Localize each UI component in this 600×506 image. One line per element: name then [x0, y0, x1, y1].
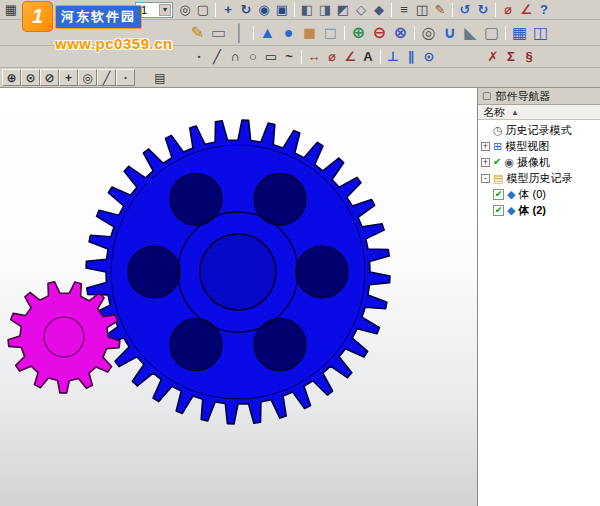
top-view-icon[interactable]: ◨ [316, 1, 334, 18]
selection-filter-icon[interactable]: ◎ [176, 1, 194, 18]
selection-scope-combo[interactable]: 1▾ [135, 2, 173, 18]
cylinder-icon[interactable]: ◻ [320, 22, 341, 43]
expander-icon[interactable]: - [481, 174, 490, 183]
toolbar-separator [380, 50, 381, 64]
toolbar-spacer [135, 77, 151, 78]
visibility-checkbox[interactable]: ✔ [493, 205, 504, 216]
spline-icon[interactable]: ~ [280, 48, 298, 65]
layer-settings-icon[interactable]: ≡ [395, 1, 413, 18]
zoom-view-icon[interactable]: ◉ [255, 1, 273, 18]
small-gear[interactable] [8, 282, 120, 393]
toolbar-row-1: ▦1▾◎▢+↻◉▣◧◨◩◇◆≡◫✎↺↻⌀∠? [0, 0, 600, 20]
toolbar-spacer [438, 56, 484, 57]
perpendicular-constraint-icon[interactable]: ⊥ [384, 48, 402, 65]
item-label: 体 (0) [518, 187, 546, 202]
subtract-icon[interactable]: ⊖ [369, 22, 390, 43]
wireframe-display-icon[interactable]: ◇ [352, 1, 370, 18]
check-icon: ✔ [493, 157, 501, 167]
navigator-item-cameras[interactable]: +✔◉摄像机 [478, 154, 600, 170]
pan-view-icon[interactable]: + [219, 1, 237, 18]
parallel-constraint-icon[interactable]: ∥ [402, 48, 420, 65]
arc-icon[interactable]: ∩ [226, 48, 244, 65]
revolve-icon[interactable]: ● [278, 22, 299, 43]
large-gear[interactable] [86, 120, 390, 424]
cameras-icon: ◉ [504, 157, 514, 168]
show-hide-icon[interactable]: ◫ [413, 1, 431, 18]
circle-icon[interactable]: ○ [244, 48, 262, 65]
3d-viewport[interactable] [0, 88, 477, 506]
datum-plane-icon[interactable]: ▭ [208, 22, 229, 43]
name-column-header[interactable]: 名称 ▲ [478, 105, 600, 120]
toolbar-separator [294, 3, 295, 17]
line-icon[interactable]: ╱ [208, 48, 226, 65]
measure-diameter-icon[interactable]: ⌀ [499, 1, 517, 18]
pattern-feature-icon[interactable]: ▦ [509, 22, 530, 43]
history-mode-icon: ◷ [493, 125, 503, 136]
item-label: 体 (2) [518, 203, 546, 218]
toolbar-separator [215, 3, 216, 17]
toolbar-spacer [2, 32, 187, 33]
toolbar-separator [253, 26, 254, 40]
sketch-icon[interactable]: ✎ [187, 22, 208, 43]
rectangle-icon[interactable]: ▭ [262, 48, 280, 65]
linear-dimension-icon[interactable]: ↔ [305, 48, 323, 65]
rotate-view-icon[interactable]: ↻ [237, 1, 255, 18]
navigator-item-history-mode[interactable]: ◷历史记录模式 [478, 122, 600, 138]
delete-face-icon[interactable]: ✗ [484, 48, 502, 65]
edge-blend-icon[interactable]: ∪ [439, 22, 460, 43]
panel-title: 部件导航器 [495, 89, 550, 104]
fit-view-icon[interactable]: ▣ [273, 1, 291, 18]
app-grid-icon[interactable]: ▦ [2, 1, 20, 18]
measure-angle-icon[interactable]: ∠ [517, 1, 535, 18]
snap-center-icon[interactable]: ◎ [78, 69, 97, 86]
spreadsheet-icon[interactable]: § [520, 48, 538, 65]
shell-icon[interactable]: ▢ [481, 22, 502, 43]
point-icon[interactable]: ∙ [190, 48, 208, 65]
datum-axis-icon[interactable]: │ [229, 22, 250, 43]
front-view-icon[interactable]: ◧ [298, 1, 316, 18]
toolbar-row-2: ✎▭│▲●◼◻⊕⊖⊗◎∪◣▢▦◫ [0, 20, 600, 46]
visibility-checkbox[interactable]: ✔ [493, 189, 504, 200]
tangent-constraint-icon[interactable]: ⊙ [420, 48, 438, 65]
snap-on-curve-icon[interactable]: ∙ [116, 69, 135, 86]
edit-object-display-icon[interactable]: ✎ [431, 1, 449, 18]
snap-quadrant-icon[interactable]: ╱ [97, 69, 116, 86]
expander-icon[interactable]: + [481, 142, 490, 151]
navigator-item-model-history[interactable]: -▤模型历史记录 [478, 170, 600, 186]
panel-window-icon: ▢ [482, 91, 491, 101]
expression-icon[interactable]: Σ [502, 48, 520, 65]
block-icon[interactable]: ◼ [299, 22, 320, 43]
angular-dimension-icon[interactable]: ∠ [341, 48, 359, 65]
extrude-icon[interactable]: ▲ [257, 22, 278, 43]
snap-point-icon[interactable]: ⊕ [2, 69, 21, 86]
expander-icon[interactable]: + [481, 158, 490, 167]
redo-icon[interactable]: ↻ [474, 1, 492, 18]
chevron-down-icon[interactable]: ▾ [159, 4, 171, 16]
shaded-display-icon[interactable]: ◆ [370, 1, 388, 18]
intersect-icon[interactable]: ⊗ [390, 22, 411, 43]
chamfer-icon[interactable]: ◣ [460, 22, 481, 43]
isometric-view-icon[interactable]: ◩ [334, 1, 352, 18]
navigator-item-body-0[interactable]: ✔◆体 (0) [478, 186, 600, 202]
navigator-item-body-2[interactable]: ✔◆体 (2) [478, 202, 600, 218]
text-icon[interactable]: A [359, 48, 377, 65]
radial-dimension-icon[interactable]: ⌀ [323, 48, 341, 65]
item-label: 模型视图 [505, 139, 549, 154]
model-views-icon: ⊞ [493, 141, 502, 152]
unite-icon[interactable]: ⊕ [348, 22, 369, 43]
mirror-feature-icon[interactable]: ◫ [530, 22, 551, 43]
undo-icon[interactable]: ↺ [456, 1, 474, 18]
body-2-icon: ◆ [507, 205, 515, 216]
snap-intersection-icon[interactable]: + [59, 69, 78, 86]
toolbar-area: ▦1▾◎▢+↻◉▣◧◨◩◇◆≡◫✎↺↻⌀∠? ✎▭│▲●◼◻⊕⊖⊗◎∪◣▢▦◫ … [0, 0, 600, 88]
panel-header[interactable]: ▢ 部件导航器 [478, 88, 600, 105]
rectangle-select-icon[interactable]: ▢ [194, 1, 212, 18]
toolbar-separator [301, 50, 302, 64]
snap-midpoint-icon[interactable]: ⊘ [40, 69, 59, 86]
gear-model-canvas[interactable] [0, 88, 477, 506]
help-icon[interactable]: ? [535, 1, 553, 18]
hole-icon[interactable]: ◎ [418, 22, 439, 43]
snap-endpoint-icon[interactable]: ⊙ [21, 69, 40, 86]
grid-display-icon[interactable]: ▤ [151, 69, 169, 86]
navigator-item-model-views[interactable]: +⊞模型视图 [478, 138, 600, 154]
